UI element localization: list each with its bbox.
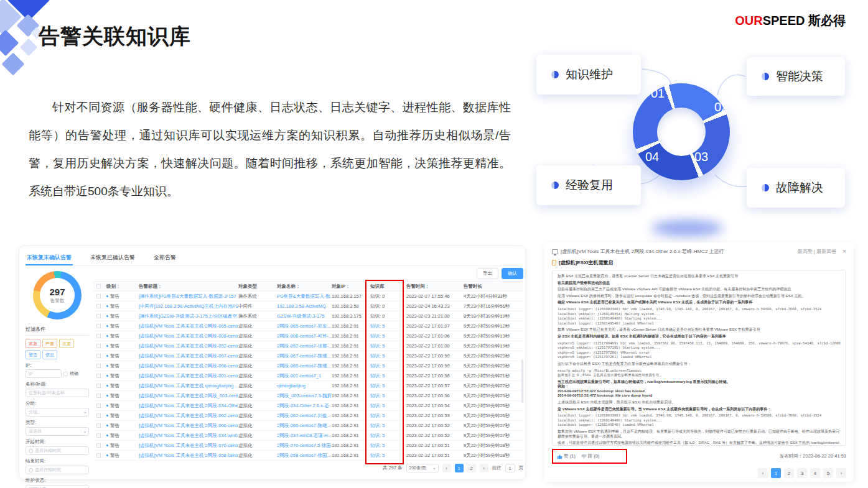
object-name-link[interactable]: 2网段-008-centos7-可环-... — [277, 333, 332, 339]
table-row[interactable]: 警告 [虚拟机]VM Tools 工具未在主机 2网段-052-cento...… — [93, 341, 523, 351]
name-filter-input[interactable]: 告警标题/对象名称 — [26, 389, 89, 397]
alert-title-link[interactable]: [虚拟机]VM Tools 工具未在主机 2网段-066-cento... — [139, 423, 238, 429]
row-checkbox[interactable] — [96, 314, 101, 318]
alert-title-link[interactable]: [虚拟机]VM Tools 工具未在主机 qimingtianjing ... — [139, 383, 238, 389]
table-scrollbar[interactable] — [521, 359, 523, 403]
kb-count-link[interactable]: 知识: 5 — [370, 443, 406, 449]
col-object-name[interactable]: 对象名称▲▼ — [277, 283, 332, 290]
alert-title-link[interactable]: [虚拟机]VM Tools 工具未在主机 2网段-067-cento... — [139, 353, 238, 359]
row-checkbox[interactable] — [96, 304, 101, 308]
kb-page-button-2[interactable]: 2 — [784, 468, 794, 478]
confirm-button[interactable]: 确认 — [502, 268, 523, 279]
alert-title-link[interactable]: [操作系统]PG集群&大量数据写入-数据源-3-157 ... — [139, 293, 238, 300]
object-name-link[interactable]: qimingtianjing — [277, 383, 332, 389]
object-name-link[interactable]: 192.168.3.58-ActiveMQ — [277, 303, 332, 309]
kb-count-link[interactable]: 知识: 5 — [370, 373, 406, 379]
sort-icon[interactable]: ▲▼ — [159, 284, 161, 288]
page-button-2[interactable]: 2 — [467, 464, 476, 472]
end-time-input[interactable]: 选择日期时间 — [26, 466, 89, 474]
kb-count-link[interactable]: 知识: 5 — [370, 423, 406, 429]
sort-icon[interactable]: ▲▼ — [117, 284, 119, 288]
select-all-checkbox[interactable] — [96, 284, 101, 288]
kb-count-link[interactable]: 知识: 5 — [370, 433, 406, 439]
table-row[interactable]: 警告 [虚拟机]VM Tools 工具未在主机 2网段-066-cento...… — [93, 361, 523, 371]
table-row[interactable]: 警告 [中间件]192.168.3.58-ActiveMQ主机上内存池PS S.… — [93, 302, 523, 311]
table-row[interactable]: 警告 [虚拟机]VM Tools 工具未在主机 2网段-008-cento...… — [93, 331, 523, 341]
col-alert-time[interactable]: 告警时间▲▼ — [406, 283, 464, 290]
col-level[interactable]: 级别▲▼ — [106, 283, 139, 290]
export-button[interactable]: 导出 — [477, 268, 498, 279]
kb-count-link[interactable]: 知识: 0 — [370, 303, 406, 310]
page-size-select[interactable]: 200条/页▾ — [406, 464, 439, 472]
table-row[interactable]: 警告 [虚拟机]VM Tools 工具未在主机 2网段_003-cento...… — [93, 391, 523, 401]
row-checkbox[interactable] — [96, 364, 101, 368]
kb-count-link[interactable]: 知识: 5 — [370, 343, 406, 349]
prev-page-button[interactable]: ‹ — [442, 464, 451, 472]
kb-count-link[interactable]: 知识: 5 — [370, 413, 406, 419]
row-checkbox[interactable] — [96, 423, 101, 428]
object-name-link[interactable]: 2网段_003-centos7.5-魏辉... — [277, 393, 332, 399]
table-row[interactable]: 警告 [虚拟机]VM Tools 工具未在主机 2网段-058-cento...… — [93, 451, 523, 461]
table-row[interactable]: 警告 [虚拟机]VM Tools 工具未在主机 2网段-034-win08...… — [93, 431, 523, 441]
alert-title-link[interactable]: [操作系统]GZSW-升级测试-3-175上/分区磁盘空... — [139, 313, 238, 320]
sort-icon[interactable]: ▲▼ — [426, 284, 429, 288]
kb-page-button-4[interactable]: 4 — [810, 468, 820, 478]
alert-title-link[interactable]: [虚拟机]VM Tools 工具未在主机 2网段-066-cento... — [139, 363, 238, 369]
chip-warning[interactable]: 警告 — [26, 350, 40, 359]
object-name-link[interactable]: 2网段-065-centos7-郭发... — [277, 323, 332, 329]
exact-match-checkbox[interactable] — [63, 372, 68, 376]
table-row[interactable]: 警告 [操作系统]GZSW-升级测试-3-175上/分区磁盘空... 操作系统 … — [93, 311, 523, 321]
kb-count-link[interactable]: 知识: 0 — [370, 313, 406, 320]
tab-all-alerts[interactable]: 全部告警 — [152, 251, 177, 265]
kb-next-page-button[interactable]: › — [836, 468, 846, 478]
alert-title-link[interactable]: [虚拟机]VM Tools 工具未在主机 2网段-070-cento... — [139, 443, 238, 449]
table-row[interactable]: 警告 [虚拟机]VM Tools 工具未在主机 2网段-001-cento...… — [93, 371, 523, 381]
jump-page-input[interactable]: 1 — [505, 464, 515, 472]
kb-prev-page-button[interactable]: ‹ — [758, 468, 768, 478]
alert-title-link[interactable]: [虚拟机]VM Tools 工具未在主机 2网段-001-cento... — [139, 373, 238, 379]
col-title[interactable]: 告警标题▲▼ — [139, 283, 238, 290]
close-icon[interactable]: × — [842, 248, 846, 255]
thumbs-down-button[interactable]: 踩 (0) — [581, 453, 600, 459]
kb-page-button-5[interactable]: 5 — [823, 468, 833, 478]
table-row[interactable]: 警告 [虚拟机]VM Tools 工具未在主机 2网段-070-cento...… — [93, 441, 523, 451]
table-row[interactable]: 警告 [虚拟机]VM Tools 工具未在主机 2网段-067-cento...… — [93, 351, 523, 361]
object-name-link[interactable]: 2网段-062-centos7-刘俊... — [277, 413, 332, 419]
object-name-link[interactable]: 2网段-001-centos7_1 — [277, 373, 332, 379]
row-checkbox[interactable] — [96, 344, 101, 348]
object-name-link[interactable]: 2网段-034-Other 2.6.x-若... — [277, 403, 332, 409]
chip-major[interactable]: 严重 — [42, 339, 57, 348]
row-checkbox[interactable] — [96, 334, 101, 338]
alert-title-link[interactable]: [虚拟机]VM Tools 工具未在主机 2网段-058-cento... — [139, 453, 238, 459]
alert-title-link[interactable]: [虚拟机]VM Tools 工具未在主机 2网段-008-cento... — [139, 333, 238, 339]
kb-count-link[interactable]: 知识: 5 — [370, 403, 406, 409]
thumbs-up-button[interactable]: 赞 (1) — [557, 453, 576, 459]
table-row[interactable]: 警告 [虚拟机]VM Tools 工具未在主机 2网段-066-cento...… — [93, 421, 523, 431]
kb-count-link[interactable]: 知识: 5 — [370, 353, 406, 359]
object-name-link[interactable]: GZSW-升级测试-3-175 — [277, 313, 332, 320]
kb-count-link[interactable]: 知识: 5 — [370, 363, 406, 369]
group-filter-select[interactable]: 分组▾ — [26, 408, 89, 417]
row-checkbox[interactable] — [96, 374, 101, 378]
table-row[interactable]: 警告 [操作系统]PG集群&大量数据写入-数据源-3-157 ... 操作系统 … — [93, 292, 523, 302]
ip-filter-input[interactable]: IP — [26, 369, 62, 378]
row-checkbox[interactable] — [96, 294, 101, 298]
sort-icon[interactable]: ▲▼ — [347, 284, 349, 288]
object-name-link[interactable]: PG集群&大量数据写入-数... — [277, 293, 332, 300]
alert-title-link[interactable]: [中间件]192.168.3.58-ActiveMQ主机上内存池PS S... — [139, 303, 238, 310]
table-row[interactable]: 警告 [虚拟机]VM Tools 工具未在主机 2网段-034-Other...… — [93, 401, 523, 411]
table-row[interactable]: 警告 [虚拟机]VM Tools 工具未在主机 2网段-065-cento...… — [93, 321, 523, 331]
tab-unrecovered-unconfirmed[interactable]: 未恢复未确认告警 — [26, 251, 73, 265]
object-name-link[interactable]: 2网段-067-centos7-陈继... — [277, 353, 332, 359]
maintain-status-select[interactable]: 维护状态▾ — [26, 485, 89, 488]
next-page-button[interactable]: › — [480, 464, 488, 472]
table-row[interactable]: 警告 [虚拟机]VM Tools 工具未在主机 2网段-062-cento...… — [93, 411, 523, 421]
col-object-ip[interactable]: 对象IP▲▼ — [332, 283, 370, 290]
chip-critical[interactable]: 紧急 — [26, 339, 40, 348]
row-checkbox[interactable] — [96, 443, 101, 448]
alert-title-link[interactable]: [虚拟机]VM Tools 工具未在主机 2网段-065-cento... — [139, 323, 238, 329]
chip-info[interactable]: 信息 — [42, 350, 57, 359]
row-checkbox[interactable] — [96, 453, 101, 458]
object-name-link[interactable]: 2网段-052-centos7-张耀-... — [277, 343, 332, 349]
row-checkbox[interactable] — [96, 324, 101, 328]
